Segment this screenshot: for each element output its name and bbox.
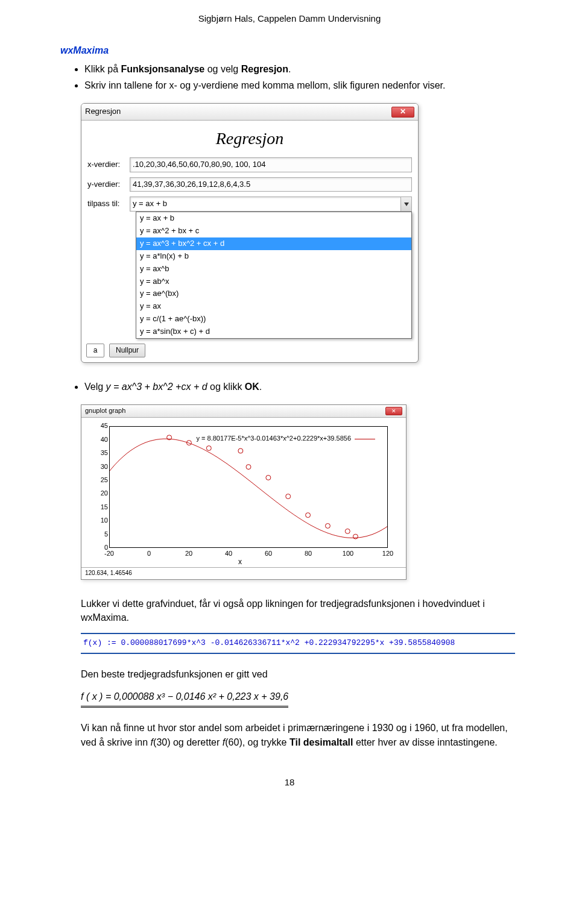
italic-text: y = ax^3 + bx^2 +cx + d [106, 382, 207, 392]
text: Klikk på [84, 64, 121, 74]
data-point [286, 494, 291, 499]
plot-window-title: gnuplot graph [85, 406, 125, 416]
fit-option[interactable]: y = a*sin(bx + c) + d [136, 325, 411, 338]
plot-statusbar: 120.634, 1.46546 [81, 567, 406, 579]
x-values-input[interactable]: .10,20,30,46,50,60,70,80,90, 100, 104 [130, 157, 412, 172]
data-point [325, 524, 330, 529]
close-icon: ✕ [400, 107, 406, 117]
fit-option[interactable]: y = a*ln(x) + b [136, 250, 411, 263]
y-values-input[interactable]: 41,39,37,36,30,26,19,12,8,6,4,3.5 [130, 177, 412, 192]
text: Den beste tredjegradsfunksjonen er gitt … [81, 669, 268, 679]
text: . [288, 64, 291, 74]
data-point [246, 465, 251, 470]
body-paragraph: Den beste tredjegradsfunksjonen er gitt … [81, 667, 519, 681]
chevron-down-icon[interactable] [400, 197, 411, 211]
section-title: wxMaxima [60, 43, 519, 57]
dialog-heading: Regresjon [81, 121, 418, 154]
dialog-title: Regresjon [85, 106, 121, 118]
fit-option[interactable]: y = ax^3 + bx^2 + cx + d [136, 237, 411, 250]
y-tick-label: 15 [86, 503, 108, 512]
text: Lukker vi dette grafvinduet, får vi også… [81, 599, 485, 623]
fit-option[interactable]: y = ax + b [136, 212, 411, 225]
x-tick-label: 100 [343, 549, 353, 559]
regression-dialog: Regresjon ✕ Regresjon x-verdier: .10,20,… [81, 103, 419, 363]
x-tick-label: 60 [265, 549, 272, 559]
formula-text: f ( x ) = 0,000088 x³ − 0,0146 x² + 0,22… [81, 690, 288, 708]
fit-dropdown-list[interactable]: y = ax + by = ax^2 + bx + cy = ax^3 + bx… [136, 212, 412, 338]
plot-window: gnuplot graph ✕ y = 8.80177E-5*x^3-0.014… [81, 404, 407, 579]
page-header: Sigbjørn Hals, Cappelen Damm Undervisnin… [60, 12, 519, 25]
fit-combobox[interactable]: y = ax + b [130, 196, 412, 212]
y-tick-label: 40 [86, 435, 108, 445]
x-tick-label: 120 [382, 549, 393, 559]
x-tick-label: 40 [225, 549, 232, 559]
y-tick-label: 10 [86, 516, 108, 526]
formula: f ( x ) = 0,000088 x³ − 0,0146 x² + 0,22… [81, 690, 519, 708]
x-values-label: x-verdier: [87, 159, 130, 171]
legend-text: y = 8.80177E-5*x^3-0.01463*x^2+0.2229*x+… [197, 434, 352, 444]
text: og klikk [207, 382, 245, 392]
text: . [259, 382, 262, 392]
x-axis-label: x [238, 557, 242, 567]
data-point [238, 448, 243, 453]
fit-option[interactable]: y = ax [136, 300, 411, 313]
text: Vi kan nå finne ut hvor stor andel som a… [81, 723, 508, 747]
data-point [345, 529, 350, 534]
bullet-item: Skriv inn tallene for x- og y-verdiene m… [84, 78, 519, 92]
close-button[interactable]: ✕ [391, 107, 414, 118]
mid-bullet-list: Velg y = ax^3 + bx^2 +cx + d og klikk OK… [60, 380, 519, 394]
data-point [353, 534, 358, 539]
fit-option[interactable]: y = ab^x [136, 275, 411, 288]
plot-legend: y = 8.80177E-5*x^3-0.01463*x^2+0.2229*x+… [197, 434, 376, 444]
fit-curve [110, 439, 387, 538]
body-paragraph: Vi kan nå finne ut hvor stor andel som a… [81, 721, 519, 749]
fit-option[interactable]: y = c/(1 + ae^(-bx)) [136, 313, 411, 325]
fit-option[interactable]: y = ax^2 + bx + c [136, 225, 411, 237]
y-tick-label: 5 [86, 530, 108, 539]
close-icon: ✕ [391, 407, 396, 415]
y-tick-label: 25 [86, 476, 108, 485]
plot-area: y = 8.80177E-5*x^3-0.01463*x^2+0.2229*x+… [109, 426, 388, 548]
plot-titlebar[interactable]: gnuplot graph ✕ [81, 405, 406, 418]
x-tick-label: 20 [185, 549, 192, 559]
body-paragraph: Lukker vi dette grafvinduet, får vi også… [81, 597, 519, 624]
a-button[interactable]: a [86, 344, 104, 357]
dialog-titlebar[interactable]: Regresjon ✕ [81, 104, 418, 121]
bullet-item: Klikk på Funksjonsanalyse og velg Regres… [84, 62, 519, 76]
text: Velg [84, 382, 106, 392]
page-number: 18 [60, 776, 519, 789]
nullpur-button[interactable]: Nullpur [109, 344, 145, 357]
code-output-box: f(x) := 0.000088017699*x^3 -0.0146263367… [81, 633, 515, 654]
legend-line-icon [355, 439, 375, 439]
fit-option[interactable]: y = ax^b [136, 263, 411, 275]
y-tick-label: 30 [86, 462, 108, 472]
fit-option[interactable]: y = ae^(bx) [136, 288, 411, 300]
y-tick-label: 20 [86, 489, 108, 498]
bold-text: Funksjonsanalyse [121, 64, 204, 74]
plot-canvas: y = 8.80177E-5*x^3-0.01463*x^2+0.2229*x+… [86, 421, 394, 566]
y-tick-label: 35 [86, 448, 108, 458]
bold-text: OK [245, 382, 259, 392]
bullet-item: Velg y = ax^3 + bx^2 +cx + d og klikk OK… [84, 380, 519, 394]
intro-bullet-list: Klikk på Funksjonsanalyse og velg Regres… [60, 62, 519, 92]
x-tick-label: -20 [104, 549, 114, 559]
plot-svg [110, 427, 387, 547]
close-button[interactable]: ✕ [385, 407, 402, 415]
x-tick-label: 80 [305, 549, 312, 559]
fit-label: tilpass til: [87, 198, 130, 210]
y-tick-label: 45 [86, 421, 108, 431]
y-values-label: y-verdier: [87, 179, 130, 190]
x-tick-label: 0 [147, 549, 151, 559]
bold-text: Regresjon [241, 64, 288, 74]
text: og velg [204, 64, 241, 74]
data-point [266, 476, 271, 480]
text: Skriv inn tallene for x- og y-verdiene m… [84, 80, 445, 90]
fit-selected-value: y = ax + b [130, 197, 400, 211]
data-point [306, 513, 311, 518]
data-point [206, 446, 211, 451]
